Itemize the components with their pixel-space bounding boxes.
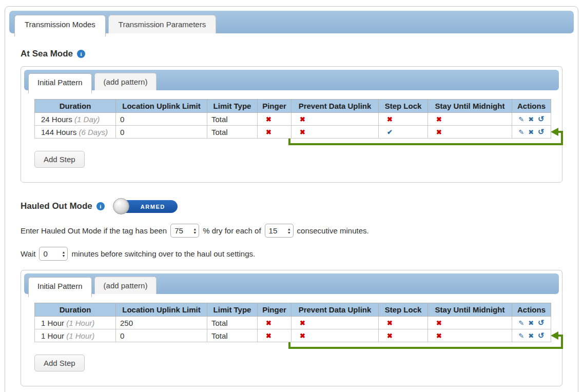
- actions-cell: ✎✖↺: [512, 113, 551, 126]
- hauled-out-mode-title: Hauled Out Mode i ARMED: [21, 198, 562, 214]
- loop-arrow-bottom: [288, 143, 563, 145]
- delete-icon[interactable]: ✖: [528, 332, 534, 340]
- dry-percent-stepper[interactable]: 75 ▲▼: [170, 224, 199, 238]
- limit-type-cell: Total: [207, 317, 258, 329]
- table-header-row: Duration Location Uplink Limit Limit Typ…: [35, 303, 551, 317]
- duration-note: (1 Hour): [66, 331, 94, 340]
- pinger-mark: ✖: [258, 317, 292, 329]
- loop-arrow-connector: [288, 342, 290, 347]
- main-container: Transmission Modes Transmission Paramete…: [5, 6, 578, 392]
- prevent-data-uplink-mark: ✖: [292, 317, 379, 329]
- prevent-data-uplink-mark: ✖: [292, 126, 379, 139]
- table-row: 1 Hour (1 Hour) 0 Total ✖ ✖ ✖ ✖ ✎✖↺: [35, 329, 551, 342]
- loop-arrowhead-icon: [551, 331, 558, 340]
- wait-row: Wait 0 ▲▼ minutes before switching over …: [21, 247, 562, 261]
- duration-cell: 1 Hour (1 Hour): [35, 317, 116, 329]
- delete-icon[interactable]: ✖: [528, 319, 534, 327]
- limit-type-cell: Total: [207, 113, 258, 126]
- tab-transmission-modes[interactable]: Transmission Modes: [14, 15, 106, 36]
- col-pinger: Pinger: [258, 303, 292, 317]
- table-row: 24 Hours (1 Day) 0 Total ✖ ✖ ✖ ✖ ✎✖↺: [35, 113, 551, 126]
- enter-suffix-text: consecutive minutes.: [297, 226, 369, 235]
- loop-arrow-stub: [558, 131, 563, 133]
- armed-toggle[interactable]: ARMED: [113, 198, 181, 214]
- loop-arrow-connector: [288, 139, 290, 143]
- spinner-up-icon[interactable]: ▲: [193, 227, 197, 231]
- uplink-limit-cell: 0: [116, 329, 207, 342]
- uplink-limit-cell: 0: [116, 113, 207, 126]
- actions-cell: ✎✖↺: [512, 126, 551, 139]
- actions-cell: ✎✖↺: [512, 329, 551, 342]
- col-limit-type: Limit Type: [207, 100, 258, 113]
- repeat-icon[interactable]: ↺: [538, 114, 545, 124]
- wait-prefix-text: Wait: [21, 249, 35, 258]
- add-step-button[interactable]: Add Step: [34, 355, 85, 371]
- enter-hauled-out-row: Enter Hauled Out Mode if the tag has bee…: [21, 224, 562, 238]
- toggle-knob[interactable]: [113, 198, 129, 214]
- spinner-down-icon[interactable]: ▼: [193, 231, 197, 234]
- col-actions: Actions: [512, 303, 551, 317]
- at-sea-pattern-panel: Initial Pattern (add pattern) Duration L…: [21, 66, 562, 183]
- prevent-data-uplink-mark: ✖: [292, 329, 379, 342]
- stay-until-midnight-mark: ✖: [428, 329, 512, 342]
- duration-note: (1 Hour): [66, 319, 94, 327]
- duration-note: (1 Day): [74, 115, 100, 124]
- edit-icon[interactable]: ✎: [518, 115, 524, 123]
- wait-minutes-value[interactable]: 0: [40, 247, 62, 260]
- hauled-out-mode-label: Hauled Out Mode: [21, 201, 92, 211]
- dry-minutes-value[interactable]: 15: [265, 224, 287, 237]
- wait-minutes-stepper[interactable]: 0 ▲▼: [39, 247, 68, 261]
- col-location-uplink-limit: Location Uplink Limit: [116, 303, 207, 317]
- limit-type-cell: Total: [207, 329, 258, 342]
- loop-arrow-bottom: [288, 347, 563, 349]
- table-row: 1 Hour (1 Hour) 250 Total ✖ ✖ ✖ ✖ ✎✖↺: [35, 317, 551, 329]
- tab-add-pattern[interactable]: (add pattern): [94, 277, 157, 294]
- delete-icon[interactable]: ✖: [528, 115, 534, 123]
- prevent-data-uplink-mark: ✖: [292, 113, 379, 126]
- uplink-limit-cell: 250: [116, 317, 207, 329]
- spinner-up-icon[interactable]: ▲: [62, 250, 66, 254]
- spinner-down-icon[interactable]: ▼: [62, 254, 66, 258]
- step-lock-mark: ✖: [379, 317, 428, 329]
- limit-type-cell: Total: [207, 126, 258, 139]
- col-prevent-data-uplink: Prevent Data Uplink: [292, 100, 379, 113]
- step-lock-mark: ✖: [379, 113, 428, 126]
- delete-icon[interactable]: ✖: [528, 128, 534, 136]
- at-sea-steps-table-wrap: Duration Location Uplink Limit Limit Typ…: [34, 99, 551, 139]
- edit-icon[interactable]: ✎: [518, 319, 524, 327]
- col-actions: Actions: [512, 100, 551, 113]
- col-pinger: Pinger: [258, 100, 292, 113]
- spinner-up-icon[interactable]: ▲: [287, 227, 291, 231]
- col-stay-until-midnight: Stay Until Midnight: [428, 303, 512, 317]
- step-lock-mark: ✔: [379, 126, 428, 139]
- spinner-down-icon[interactable]: ▼: [287, 231, 291, 234]
- col-duration: Duration: [35, 100, 116, 113]
- info-icon[interactable]: i: [96, 202, 105, 210]
- tab-initial-pattern[interactable]: Initial Pattern: [28, 73, 92, 93]
- at-sea-mode-label: At Sea Mode: [21, 49, 73, 59]
- repeat-icon[interactable]: ↺: [538, 331, 545, 340]
- repeat-icon[interactable]: ↺: [538, 127, 545, 136]
- dry-percent-value[interactable]: 75: [171, 224, 193, 237]
- duration-cell: 144 Hours (6 Days): [35, 126, 116, 139]
- dry-minutes-stepper[interactable]: 15 ▲▼: [265, 224, 294, 238]
- add-step-button[interactable]: Add Step: [34, 151, 85, 168]
- hauled-out-pattern-tabbar: Initial Pattern (add pattern): [24, 273, 559, 294]
- info-icon[interactable]: i: [77, 50, 85, 58]
- tab-transmission-parameters[interactable]: Transmission Parameters: [108, 15, 216, 33]
- tab-add-pattern[interactable]: (add pattern): [94, 73, 157, 90]
- col-duration: Duration: [35, 303, 116, 317]
- table-row: 144 Hours (6 Days) 0 Total ✖ ✖ ✔ ✖ ✎✖↺: [35, 126, 551, 139]
- repeat-icon[interactable]: ↺: [538, 318, 545, 327]
- tab-initial-pattern[interactable]: Initial Pattern: [28, 277, 92, 297]
- col-step-lock: Step Lock: [379, 303, 428, 317]
- uplink-limit-cell: 0: [116, 126, 207, 139]
- loop-arrow-right: [561, 335, 563, 349]
- main-tabbar: Transmission Modes Transmission Paramete…: [9, 11, 574, 33]
- edit-icon[interactable]: ✎: [518, 128, 524, 136]
- pinger-mark: ✖: [258, 113, 292, 126]
- col-stay-until-midnight: Stay Until Midnight: [428, 100, 512, 113]
- edit-icon[interactable]: ✎: [518, 332, 524, 340]
- at-sea-mode-title: At Sea Mode i: [21, 49, 562, 59]
- hauled-out-steps-table-wrap: Duration Location Uplink Limit Limit Typ…: [34, 303, 551, 342]
